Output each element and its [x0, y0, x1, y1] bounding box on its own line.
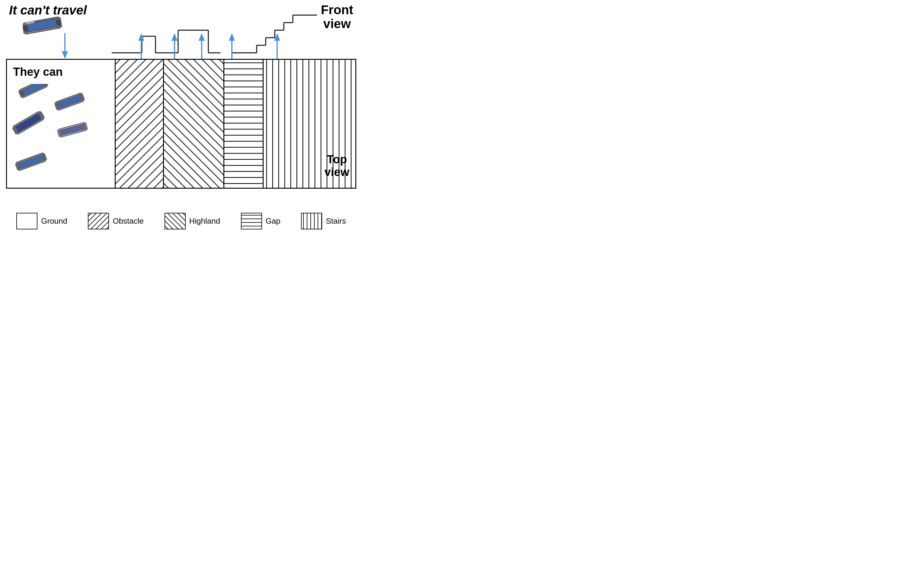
legend-label-stairs: Stairs: [326, 216, 346, 226]
svg-rect-72: [89, 213, 108, 229]
svg-marker-26: [171, 33, 178, 41]
svg-rect-66: [164, 60, 223, 188]
panel-ground: They can: [7, 60, 116, 188]
arrow-up-highland1: [170, 33, 179, 60]
panel-stairs: Topview: [263, 60, 356, 188]
svg-rect-36: [21, 84, 45, 96]
main-diagram-box: They can: [6, 59, 356, 189]
arrow-up-highland2: [197, 33, 206, 60]
legend-label-gap: Gap: [266, 216, 281, 226]
front-view-title: Frontview: [321, 3, 353, 31]
legend: Ground Obstacle: [6, 213, 356, 229]
arrow-up-obstacle: [137, 33, 146, 60]
legend-box-obstacle: [88, 213, 109, 229]
legend-label-obstacle: Obstacle: [113, 216, 144, 226]
panel-obstacle: [116, 60, 164, 188]
arrow-up-gap: [227, 33, 236, 60]
svg-marker-24: [138, 33, 144, 41]
legend-item-ground: Ground: [16, 213, 67, 229]
arrow-down-cant: [60, 33, 69, 60]
svg-rect-68: [224, 60, 263, 188]
legend-box-ground: [16, 213, 37, 229]
svg-marker-32: [274, 33, 280, 41]
panel-highland: [164, 60, 224, 188]
svg-marker-30: [229, 33, 235, 41]
highland-pattern: [164, 60, 223, 188]
svg-marker-28: [199, 33, 205, 41]
gap-pattern: [224, 60, 263, 188]
legend-item-highland: Highland: [165, 213, 220, 229]
legend-label-highland: Highland: [189, 216, 220, 226]
arrow-up-stairs: [273, 33, 282, 60]
panel-gap: [224, 60, 263, 188]
top-view-label: Topview: [325, 153, 349, 179]
robots-container: [10, 84, 113, 188]
they-can-label: They can: [13, 66, 63, 79]
cant-travel-title: It can't travel: [9, 3, 87, 18]
svg-rect-64: [116, 60, 163, 188]
legend-label-ground: Ground: [41, 216, 67, 226]
legend-item-stairs: Stairs: [301, 213, 346, 229]
robot-cant-travel: [23, 16, 63, 36]
svg-rect-74: [165, 213, 185, 229]
legend-item-gap: Gap: [241, 213, 281, 229]
legend-item-obstacle: Obstacle: [88, 213, 144, 229]
obstacle-pattern: [116, 60, 163, 188]
svg-rect-78: [302, 213, 322, 229]
robots-svg: [10, 84, 113, 188]
legend-box-stairs: [301, 213, 322, 229]
legend-box-gap: [241, 213, 262, 229]
svg-marker-22: [62, 51, 68, 59]
legend-box-highland: [165, 213, 186, 229]
svg-rect-76: [242, 213, 262, 229]
